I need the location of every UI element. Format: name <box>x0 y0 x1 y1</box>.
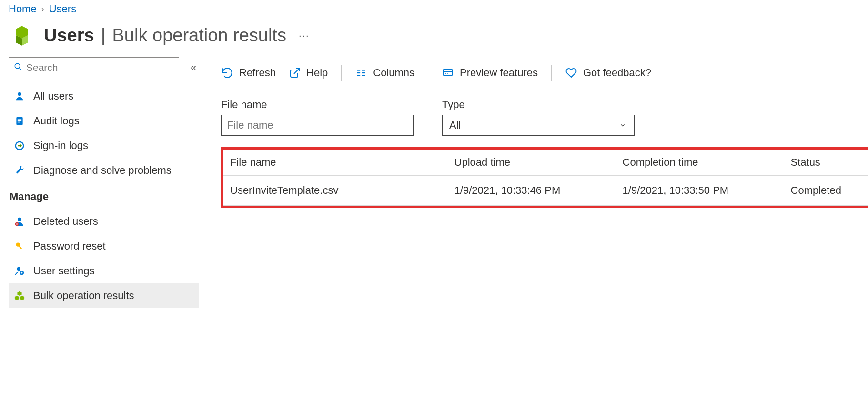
more-actions-button[interactable]: ··· <box>295 28 313 43</box>
filter-filename-input[interactable] <box>221 115 414 136</box>
sidebar-search[interactable] <box>9 57 179 78</box>
filter-filename: File name <box>221 99 414 136</box>
help-button[interactable]: Help <box>289 67 328 79</box>
columns-button[interactable]: Columns <box>355 67 414 79</box>
sidebar-item-label: Diagnose and solve problems <box>33 164 172 177</box>
sidebar-item-label: Deleted users <box>33 215 98 228</box>
person-icon <box>13 91 26 101</box>
svg-rect-6 <box>18 122 20 123</box>
main-content: Refresh Help Columns Preview feat <box>205 57 868 308</box>
toolbar-separator <box>551 65 552 81</box>
sidebar-item-label: Audit logs <box>33 115 80 127</box>
cell-completion: 1/9/2021, 10:33:50 PM <box>616 176 784 206</box>
page-title-bold: Users <box>44 25 94 46</box>
chevron-right-icon: › <box>41 4 44 14</box>
collapse-sidebar-button[interactable]: « <box>188 61 199 74</box>
table-row[interactable]: UserInviteTemplate.csv 1/9/2021, 10:33:4… <box>223 176 868 206</box>
svg-point-0 <box>15 63 20 69</box>
column-header-filename[interactable]: File name <box>223 150 448 176</box>
toolbar-label: Columns <box>373 67 414 79</box>
sidebar-item-bulk-results[interactable]: Bulk operation results <box>9 283 199 308</box>
svg-line-16 <box>294 69 299 74</box>
svg-point-2 <box>18 92 21 96</box>
breadcrumb-home[interactable]: Home <box>9 3 37 15</box>
preview-icon <box>442 68 454 78</box>
table-header-row: File name Upload time Completion time St… <box>223 150 868 176</box>
sidebar-item-signin-logs[interactable]: Sign-in logs <box>9 133 199 158</box>
svg-rect-4 <box>18 119 21 120</box>
sidebar-item-deleted-users[interactable]: Deleted users <box>9 209 199 234</box>
wrench-icon <box>13 165 26 176</box>
filter-type: Type All <box>442 99 635 136</box>
cell-upload: 1/9/2021, 10:33:46 PM <box>448 176 616 206</box>
sidebar-section-manage: Manage <box>9 183 199 207</box>
page-header: Users | Bulk operation results ··· <box>0 19 868 57</box>
svg-rect-12 <box>18 245 22 249</box>
sidebar-item-password-reset[interactable]: Password reset <box>9 234 199 259</box>
svg-line-1 <box>19 68 21 70</box>
toolbar: Refresh Help Columns Preview feat <box>221 57 868 88</box>
preview-button[interactable]: Preview features <box>442 67 538 79</box>
search-icon <box>14 62 22 73</box>
cubes-icon <box>13 291 26 301</box>
sidebar: « All users Audit logs Sign-in logs Diag <box>0 57 205 308</box>
filter-filename-label: File name <box>221 99 414 111</box>
heart-icon <box>565 67 577 79</box>
column-header-status[interactable]: Status <box>784 150 868 176</box>
sidebar-item-label: Bulk operation results <box>33 290 134 302</box>
page-title-sep: | <box>101 25 106 46</box>
filters: File name Type All <box>221 88 868 136</box>
refresh-icon <box>221 67 233 79</box>
results-table: File name Upload time Completion time St… <box>223 150 868 206</box>
feedback-button[interactable]: Got feedback? <box>565 67 651 79</box>
deleted-user-icon <box>13 216 26 227</box>
cell-filename: UserInviteTemplate.csv <box>223 176 448 206</box>
sidebar-item-audit-logs[interactable]: Audit logs <box>9 109 199 133</box>
refresh-button[interactable]: Refresh <box>221 67 276 79</box>
svg-point-15 <box>21 272 23 274</box>
user-gear-icon <box>13 266 26 276</box>
svg-rect-5 <box>18 120 21 121</box>
chevron-down-icon <box>618 119 627 131</box>
column-header-upload[interactable]: Upload time <box>448 150 616 176</box>
signin-icon <box>13 140 26 151</box>
toolbar-label: Refresh <box>239 67 276 79</box>
column-header-completion[interactable]: Completion time <box>616 150 784 176</box>
page-title: Users | Bulk operation results <box>44 25 286 46</box>
search-input[interactable] <box>26 62 174 73</box>
users-icon <box>9 22 35 49</box>
filter-type-select[interactable]: All <box>442 115 635 136</box>
filter-type-value: All <box>449 119 461 131</box>
sidebar-item-diagnose[interactable]: Diagnose and solve problems <box>9 158 199 183</box>
toolbar-label: Preview features <box>460 67 538 79</box>
sidebar-item-user-settings[interactable]: User settings <box>9 259 199 283</box>
sidebar-item-label: All users <box>33 90 73 102</box>
cell-status: Completed <box>784 176 868 206</box>
breadcrumb: Home › Users <box>0 0 868 19</box>
filter-type-label: Type <box>442 99 635 111</box>
sidebar-item-label: Password reset <box>33 240 106 252</box>
sidebar-item-label: User settings <box>33 265 94 277</box>
breadcrumb-users[interactable]: Users <box>49 3 76 15</box>
svg-point-13 <box>17 267 20 271</box>
toolbar-label: Help <box>306 67 328 79</box>
results-table-highlight: File name Upload time Completion time St… <box>221 147 868 208</box>
svg-point-8 <box>18 218 21 221</box>
sidebar-item-all-users[interactable]: All users <box>9 84 199 109</box>
toolbar-separator <box>341 65 342 81</box>
columns-icon <box>355 68 367 78</box>
svg-rect-10 <box>16 224 18 225</box>
external-link-icon <box>289 67 301 79</box>
page-title-light: Bulk operation results <box>112 25 286 46</box>
toolbar-separator <box>428 65 428 81</box>
document-icon <box>13 116 26 126</box>
toolbar-label: Got feedback? <box>583 67 651 79</box>
key-icon <box>13 241 26 251</box>
svg-rect-23 <box>444 70 452 76</box>
sidebar-item-label: Sign-in logs <box>33 140 88 152</box>
